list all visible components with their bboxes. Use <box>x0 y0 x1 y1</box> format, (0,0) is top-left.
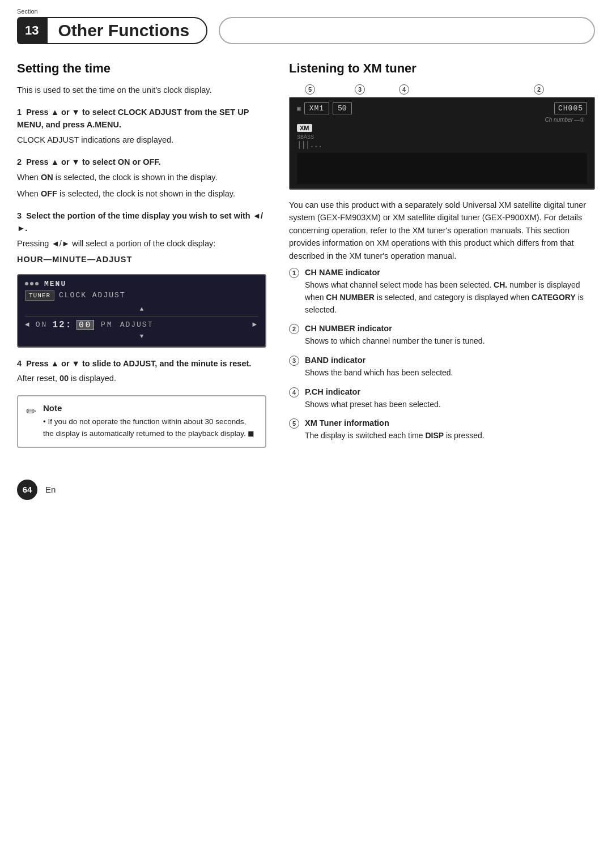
sbass-label: SBASS |||... <box>297 134 587 149</box>
xm-item-5-num: 5 <box>289 418 299 429</box>
ch-number-label: Ch number <box>545 117 573 123</box>
xm-item-4-num: 4 <box>289 387 299 397</box>
page-footer: 64 En <box>0 471 612 509</box>
xm-item-3: 3 BAND indicator Shows the band which ha… <box>289 356 595 379</box>
xm-item-3-title: BAND indicator <box>305 356 595 365</box>
xm-item-5: 5 XM Tuner information The display is sw… <box>289 418 595 442</box>
xm-item-2-body: Shows to which channel number the tuner … <box>305 335 595 348</box>
note-title: Note <box>43 403 257 413</box>
xm-items-list: 1 CH NAME indicator Shows what channel s… <box>289 268 595 442</box>
step-2-body-off: When OFF is selected, the clock is not s… <box>17 187 266 200</box>
anno-3: 3 <box>355 84 365 95</box>
xm-item-2-num: 2 <box>289 324 299 334</box>
step-4-heading: 4 Press ▲ or ▼ to slide to ADJUST, and t… <box>17 358 266 370</box>
note-icon: ✏ <box>26 404 36 419</box>
xm-item-3-num: 3 <box>289 356 299 366</box>
anno-1-inline: —① <box>574 117 585 123</box>
xm-dark-area <box>297 153 587 184</box>
note-box: ✏ Note • If you do not operate the funct… <box>17 395 266 448</box>
xm-50: 50 <box>333 102 352 114</box>
section-label-text: Section <box>17 8 38 15</box>
anno-4: 4 <box>399 84 409 95</box>
xm-item-4-title: P.CH indicator <box>305 387 595 396</box>
xm-item-1-body: Shows what channel select mode has been … <box>305 279 595 316</box>
xm-item-3-body: Shows the band which has been selected. <box>305 367 595 379</box>
step-1-body: CLOCK ADJUST indications are displayed. <box>17 134 266 146</box>
setting-time-heading: Setting the time <box>17 61 266 76</box>
xm-item-2: 2 CH NUMBER indicator Shows to which cha… <box>289 324 595 348</box>
setting-time-intro: This is used to set the time on the unit… <box>17 84 266 96</box>
xm-ch-num: CH005 <box>554 102 587 114</box>
xm-item-4-body: Shows what preset has been selected. <box>305 399 595 411</box>
header-right-decoration <box>219 17 595 44</box>
note-text: • If you do not operate the function wit… <box>43 416 257 440</box>
xm-intro: You can use this product with a separate… <box>289 199 595 262</box>
step-3-body: Pressing ◄/► will select a portion of th… <box>17 237 266 250</box>
xm-tuner-display: ▣ XM1 50 CH005 Ch number —① XM SBASS <box>289 97 595 190</box>
xm-item-5-title: XM Tuner information <box>305 418 595 427</box>
xm-tuner-heading: Listening to XM tuner <box>289 61 595 76</box>
section-number: 13 <box>17 17 46 44</box>
page-number: 64 <box>17 480 37 500</box>
xm-item-5-body: The display is switched each time DISP i… <box>305 430 595 442</box>
footer-lang: En <box>45 485 56 494</box>
xm-item-4: 4 P.CH indicator Shows what preset has b… <box>289 387 595 411</box>
page-title: Other Functions <box>58 21 189 40</box>
step-2-body-on: When ON is selected, the clock is shown … <box>17 171 266 183</box>
xm1-label: XM1 <box>304 102 329 114</box>
xm-item-1-num: 1 <box>289 268 299 278</box>
anno-2: 2 <box>534 84 544 95</box>
xm-item-1: 1 CH NAME indicator Shows what channel s… <box>289 268 595 316</box>
step-2-heading: 2 Press ▲ or ▼ to select ON or OFF. <box>17 156 266 169</box>
step-3-heading: 3 Select the portion of the time display… <box>17 210 266 235</box>
xm-item-1-title: CH NAME indicator <box>305 268 595 277</box>
step-1-heading: 1 Press ▲ or ▼ to select CLOCK ADJUST fr… <box>17 106 266 131</box>
step-3-sequence: HOUR—MINUTE—ADJUST <box>17 253 266 266</box>
anno-5: 5 <box>305 84 315 95</box>
step-4-body: After reset, 00 is displayed. <box>17 372 266 384</box>
menu-display-image: MENU TUNER CLOCK ADJUST ▲ ◄ ON 12:00 PM … <box>17 274 266 348</box>
xm-label: XM <box>297 124 312 132</box>
xm-display-wrapper: 5 3 4 2 ▣ <box>289 84 595 190</box>
xm-item-2-title: CH NUMBER indicator <box>305 324 595 333</box>
